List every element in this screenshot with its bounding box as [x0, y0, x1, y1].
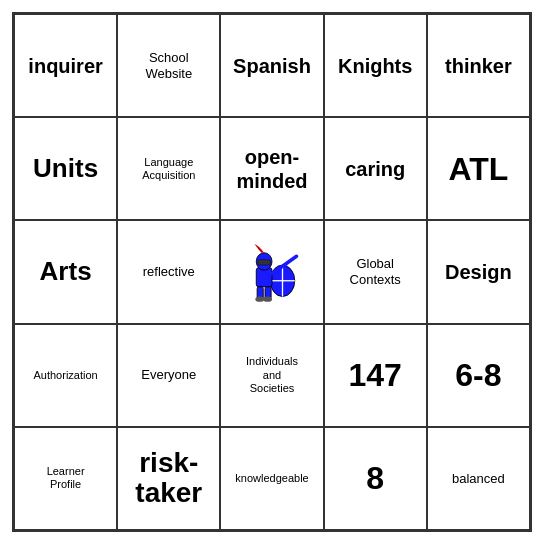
cell-r1c2: open-minded — [220, 117, 323, 220]
cell-text-r0c2: Spanish — [233, 54, 311, 78]
svg-point-9 — [255, 296, 264, 301]
cell-r4c0: LearnerProfile — [14, 427, 117, 530]
cell-text-r4c3: 8 — [366, 459, 384, 497]
cell-r3c0: Authorization — [14, 324, 117, 427]
cell-r4c2: knowledgeable — [220, 427, 323, 530]
cell-text-r0c0: inquirer — [28, 54, 102, 78]
cell-r2c0: Arts — [14, 220, 117, 323]
cell-r4c3: 8 — [324, 427, 427, 530]
cell-text-r1c3: caring — [345, 157, 405, 181]
cell-r1c3: caring — [324, 117, 427, 220]
cell-r3c2: IndividualsandSocieties — [220, 324, 323, 427]
cell-text-r0c1: SchoolWebsite — [145, 50, 192, 81]
cell-r4c4: balanced — [427, 427, 530, 530]
cell-r0c1: SchoolWebsite — [117, 14, 220, 117]
cell-text-r0c3: Knights — [338, 54, 412, 78]
bingo-board: inquirer SchoolWebsite Spanish Knights t… — [12, 12, 532, 532]
svg-rect-5 — [258, 260, 270, 265]
cell-r2c3: GlobalContexts — [324, 220, 427, 323]
knight-icon — [237, 237, 307, 307]
cell-r1c0: Units — [14, 117, 117, 220]
cell-text-r1c4: ATL — [448, 150, 508, 188]
cell-text-r2c1: reflective — [143, 264, 195, 280]
cell-text-r4c2: knowledgeable — [235, 472, 308, 485]
cell-r2c1: reflective — [117, 220, 220, 323]
cell-r3c4: 6-8 — [427, 324, 530, 427]
cell-text-r1c2: open-minded — [236, 145, 307, 193]
cell-r1c4: ATL — [427, 117, 530, 220]
svg-point-10 — [263, 296, 272, 301]
cell-r0c2: Spanish — [220, 14, 323, 117]
cell-text-r3c2: IndividualsandSocieties — [246, 355, 298, 395]
cell-text-r1c1: LanguageAcquisition — [142, 156, 195, 182]
cell-text-r4c1: risk-taker — [135, 448, 202, 510]
cell-text-r4c4: balanced — [452, 471, 505, 487]
cell-r3c3: 147 — [324, 324, 427, 427]
cell-text-r3c1: Everyone — [141, 367, 196, 383]
cell-r0c4: thinker — [427, 14, 530, 117]
cell-r1c1: LanguageAcquisition — [117, 117, 220, 220]
cell-r0c0: inquirer — [14, 14, 117, 117]
cell-r4c1: risk-taker — [117, 427, 220, 530]
cell-r2c4: Design — [427, 220, 530, 323]
cell-text-r3c4: 6-8 — [455, 356, 501, 394]
cell-text-r0c4: thinker — [445, 54, 512, 78]
cell-text-r2c3: GlobalContexts — [350, 256, 401, 287]
cell-text-r4c0: LearnerProfile — [47, 465, 85, 491]
cell-text-r1c0: Units — [33, 153, 98, 184]
cell-text-r3c3: 147 — [349, 356, 402, 394]
cell-r3c1: Everyone — [117, 324, 220, 427]
cell-r2c2-knight — [220, 220, 323, 323]
cell-r0c3: Knights — [324, 14, 427, 117]
cell-text-r3c0: Authorization — [33, 369, 97, 382]
cell-text-r2c0: Arts — [40, 256, 92, 287]
cell-text-r2c4: Design — [445, 260, 512, 284]
